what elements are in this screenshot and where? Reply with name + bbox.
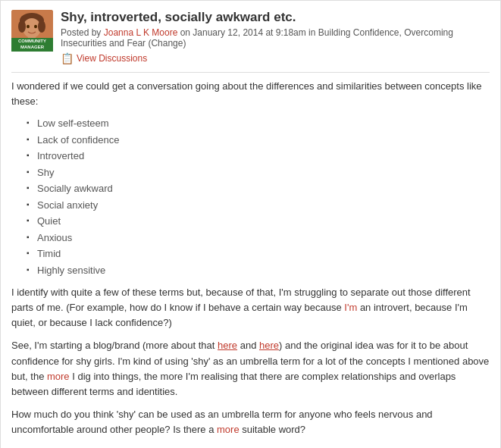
post-body: I wondered if we could get a conversatio…	[11, 79, 490, 448]
list-item: Socially awkward	[27, 181, 490, 196]
highlight-more: more	[47, 371, 70, 382]
post-title: Shy, introverted, socially awkward etc.	[61, 10, 490, 25]
svg-point-6	[18, 20, 26, 33]
avatar-wrapper: COMMUNITYMANAGER	[11, 10, 53, 52]
list-item: Lack of confidence	[27, 133, 490, 148]
list-item: Timid	[27, 246, 490, 262]
list-item: Anxious	[27, 230, 490, 246]
svg-point-3	[27, 25, 30, 28]
list-item: Introverted	[27, 149, 490, 164]
paragraph-2: See, I'm starting a blog/brand (more abo…	[11, 338, 490, 399]
post-date: January 12, 2014 at 9:18am	[193, 27, 305, 38]
highlight-introvert: I'm	[344, 302, 357, 313]
author-name: Joanna L K Moore	[104, 27, 178, 38]
list-item: Low self-esteem	[27, 116, 490, 131]
header-divider	[11, 72, 490, 73]
paragraph-3: How much do you think 'shy' can be used …	[11, 407, 490, 437]
post-container: COMMUNITYMANAGER Shy, introverted, socia…	[0, 0, 501, 448]
svg-point-7	[38, 20, 45, 33]
paragraph-1: I identify with quite a few of these ter…	[11, 285, 490, 331]
highlight-more2: more	[217, 424, 240, 435]
header-info: Shy, introverted, socially awkward etc. …	[61, 10, 490, 64]
list-item: Social anxiety	[27, 198, 490, 213]
here-link-2[interactable]: here	[259, 340, 279, 351]
list-item: Highly sensitive	[27, 263, 490, 278]
post-meta: Posted by Joanna L K Moore on January 12…	[61, 27, 490, 49]
list-item: Quiet	[27, 214, 490, 229]
post-header: COMMUNITYMANAGER Shy, introverted, socia…	[11, 10, 490, 64]
view-discussions-link[interactable]: 📋 View Discussions	[61, 52, 490, 64]
svg-point-4	[34, 25, 37, 28]
intro-paragraph: I wondered if we could get a conversatio…	[11, 79, 490, 108]
here-link-1[interactable]: here	[218, 340, 237, 351]
discussions-icon: 📋	[61, 52, 74, 64]
list-item: Shy	[27, 165, 490, 180]
view-discussions-label: View Discussions	[77, 53, 147, 64]
community-manager-badge: COMMUNITYMANAGER	[11, 38, 53, 52]
concepts-list: Low self-esteem Lack of confidence Intro…	[27, 116, 490, 277]
paragraph-4: Which terms do you identify with? How wo…	[11, 445, 490, 448]
